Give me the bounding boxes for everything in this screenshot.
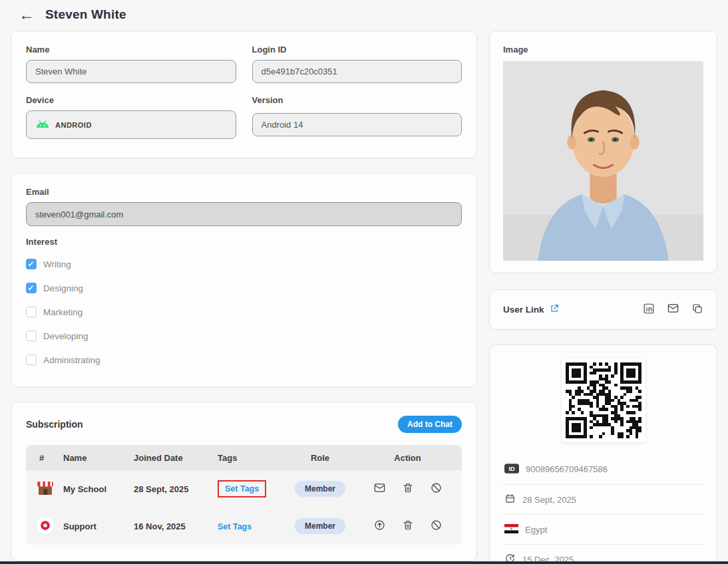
version-input[interactable] [252,113,462,136]
image-card: Image [489,31,717,273]
school-icon [30,478,63,500]
interest-text: Writing [43,259,71,269]
block-icon[interactable] [430,519,443,533]
trash-icon[interactable] [402,482,414,496]
checkbox-marketing[interactable] [26,307,37,317]
info-row-joined: 28 Sept, 2025 [502,484,705,514]
device-value: ANDROID [55,121,92,129]
user-link-card: User Link [489,289,717,330]
interest-text: Administrating [43,355,100,365]
external-link-icon[interactable] [550,304,559,316]
interest-text: Marketing [43,307,83,317]
envelope-icon[interactable] [373,482,386,496]
info-row-id: ID 90089656709467586 [502,454,705,484]
col-tags: Tags [218,453,283,463]
page-header: ← Steven White [0,0,728,31]
back-arrow-icon[interactable]: ← [19,7,35,23]
version-label: Version [252,95,462,105]
checkbox-administrating[interactable] [26,354,37,365]
col-role: Role [283,453,357,463]
login-id-input[interactable] [252,60,462,83]
user-id-value: 90089656709467586 [526,464,608,474]
trash-icon[interactable] [402,519,414,533]
checkbox-designing[interactable] [26,283,37,293]
row-joined-date: 28 Sept, 2025 [134,484,218,494]
col-action: Action [357,453,458,463]
block-icon[interactable] [430,482,443,496]
user-link-label: User Link [503,305,544,315]
arrow-up-circle-icon[interactable] [373,519,386,533]
calendar-icon [504,493,516,506]
page-title: Steven White [45,7,126,22]
egypt-flag-icon [504,524,518,535]
interest-row-designing[interactable]: Designing [26,276,462,300]
subscription-table: # Name Joined Date Tags Role Action [26,445,462,545]
svg-text:ID: ID [508,466,515,472]
mail-icon[interactable] [667,302,679,317]
interest-row-administrating[interactable]: Administrating [26,348,462,372]
qr-code [562,358,645,442]
info-row-country: Egypt [502,514,705,544]
checkbox-writing[interactable] [26,259,37,269]
subscription-card: Subscription Add to Chat # Name Joined D… [11,402,477,561]
android-icon [35,120,50,130]
bottom-edge-bar [0,561,728,564]
subscription-title: Subscription [26,419,83,430]
name-input[interactable] [26,60,236,83]
table-row: Support 16 Nov, 2025 Set Tags Member [26,507,462,545]
interest-label: Interest [26,237,462,247]
set-tags-link[interactable]: Set Tags [218,480,266,497]
details-card: Name Login ID Device ANDROID Version [11,31,477,158]
device-label: Device [26,95,236,105]
id-badge-icon: ID [504,464,519,476]
email-input[interactable] [26,202,462,226]
interest-text: Designing [43,283,83,293]
col-name: Name [63,453,134,463]
set-tags-link[interactable]: Set Tags [218,522,252,531]
image-label: Image [503,45,703,55]
support-icon [30,515,63,537]
copy-icon[interactable] [691,303,703,317]
linkedin-icon[interactable] [643,303,655,317]
row-name: Support [63,521,134,531]
joined-date-value: 28 Sept, 2025 [522,495,576,505]
col-num: # [30,453,63,463]
interest-row-developing[interactable]: Developing [26,324,462,348]
device-field: ANDROID [26,110,236,139]
add-to-chat-button[interactable]: Add to Chat [398,416,462,433]
row-name: My School [63,484,134,494]
role-badge: Member [295,518,345,534]
interest-row-marketing[interactable]: Marketing [26,300,462,324]
interest-text: Developing [43,331,89,341]
table-header-row: # Name Joined Date Tags Role Action [26,445,462,470]
checkbox-developing[interactable] [26,331,37,341]
interest-row-writing[interactable]: Writing [26,252,462,276]
country-value: Egypt [525,525,547,535]
qr-info-card: ID 90089656709467586 28 Sept, 2025 Egypt [489,345,717,564]
role-badge: Member [295,481,345,497]
profile-photo [503,61,703,261]
login-id-label: Login ID [252,45,462,55]
row-joined-date: 16 Nov, 2025 [134,521,218,531]
name-label: Name [26,45,236,55]
email-card: Email Interest Writing Designing Marketi… [11,173,477,387]
table-row: My School 28 Sept, 2025 Set Tags Member [26,470,462,507]
col-joined: Joined Date [134,453,218,463]
email-label: Email [26,187,462,197]
